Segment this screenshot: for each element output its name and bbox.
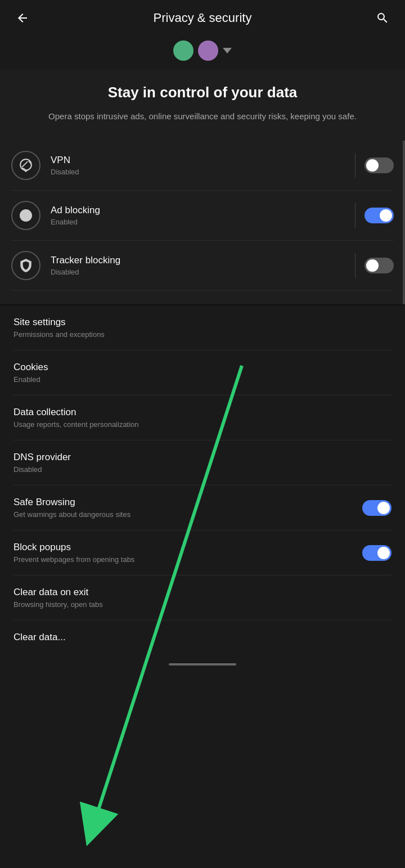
vpn-icon-wrap [11, 151, 40, 180]
safe-browsing-item[interactable]: Safe Browsing Get warnings about dangero… [14, 485, 392, 530]
dns-provider-item[interactable]: DNS provider Disabled [14, 440, 392, 485]
chevron-down-icon [223, 48, 232, 53]
block-popups-row: Block popups Prevent webpages from openi… [14, 542, 392, 564]
ad-blocking-toggle[interactable] [364, 208, 394, 223]
safe-browsing-row: Safe Browsing Get warnings about dangero… [14, 497, 392, 519]
vpn-text: VPN Disabled [51, 155, 346, 176]
ad-blocking-text: Ad blocking Enabled [51, 205, 346, 226]
safe-browsing-text: Safe Browsing Get warnings about dangero… [14, 497, 130, 519]
tracker-blocking-icon-wrap [11, 251, 40, 280]
hero-section: Stay in control of your data Opera stops… [0, 70, 405, 141]
page-title: Privacy & security [154, 11, 252, 25]
hero-subtitle: Opera stops intrusive ads, online survei… [45, 110, 360, 123]
block-popups-text: Block popups Prevent webpages from openi… [14, 542, 134, 564]
block-popups-toggle[interactable] [362, 545, 392, 561]
ad-blocking-icon [19, 208, 33, 223]
tracker-blocking-sublabel: Disabled [51, 268, 346, 276]
vpn-item[interactable]: VPN Disabled [11, 141, 394, 191]
block-popups-title: Block popups [14, 542, 134, 553]
header: Privacy & security [0, 0, 405, 36]
clear-data-on-exit-title: Clear data on exit [14, 587, 392, 598]
safe-browsing-title: Safe Browsing [14, 497, 130, 508]
clear-data-on-exit-subtitle: Browsing history, open tabs [14, 600, 392, 609]
avatar-row [0, 36, 405, 70]
avatar-green [173, 41, 194, 61]
ad-blocking-sublabel: Enabled [51, 218, 346, 226]
cookies-title: Cookies [14, 362, 392, 373]
ad-blocking-slider [364, 208, 394, 223]
cookies-item[interactable]: Cookies Enabled [14, 350, 392, 395]
data-collection-subtitle: Usage reports, content personalization [14, 420, 392, 429]
block-popups-subtitle: Prevent webpages from opening tabs [14, 555, 134, 564]
search-button[interactable] [371, 7, 394, 29]
block-popups-item[interactable]: Block popups Prevent webpages from openi… [14, 530, 392, 575]
safe-browsing-subtitle: Get warnings about dangerous sites [14, 510, 130, 519]
dns-provider-title: DNS provider [14, 452, 392, 463]
site-settings-title: Site settings [14, 317, 392, 328]
vpn-slider [364, 158, 394, 173]
site-settings-item[interactable]: Site settings Permissions and exceptions [14, 305, 392, 350]
site-settings-subtitle: Permissions and exceptions [14, 330, 392, 339]
home-bar [169, 663, 236, 665]
hero-title: Stay in control of your data [17, 83, 388, 102]
home-indicator [0, 656, 405, 670]
block-popups-slider [362, 545, 392, 561]
data-collection-title: Data collection [14, 407, 392, 418]
cookies-subtitle: Enabled [14, 375, 392, 384]
toggle-section: VPN Disabled Ad blocking Enabled [0, 141, 405, 304]
ad-blocking-label: Ad blocking [51, 205, 346, 216]
safe-browsing-toggle[interactable] [362, 500, 392, 516]
clear-data-on-exit-item[interactable]: Clear data on exit Browsing history, ope… [14, 575, 392, 620]
clear-data-title: Clear data... [14, 632, 392, 643]
vpn-toggle[interactable] [364, 158, 394, 173]
tracker-blocking-text: Tracker blocking Disabled [51, 255, 346, 276]
tracker-blocking-toggle[interactable] [364, 258, 394, 273]
tracker-blocking-label: Tracker blocking [51, 255, 346, 266]
vpn-icon [19, 158, 33, 173]
scrollbar [403, 141, 405, 304]
tracker-blocking-item[interactable]: Tracker blocking Disabled [11, 241, 394, 291]
vpn-label: VPN [51, 155, 346, 166]
tracker-blocking-icon [19, 258, 33, 273]
safe-browsing-slider [362, 500, 392, 516]
tracker-blocking-divider [355, 253, 356, 278]
avatar-purple [198, 41, 218, 61]
data-collection-item[interactable]: Data collection Usage reports, content p… [14, 395, 392, 440]
vpn-sublabel: Disabled [51, 168, 346, 176]
clear-data-item[interactable]: Clear data... [14, 620, 392, 656]
vpn-divider [355, 153, 356, 178]
ad-blocking-item[interactable]: Ad blocking Enabled [11, 191, 394, 241]
settings-list: Site settings Permissions and exceptions… [0, 305, 405, 656]
tracker-blocking-slider [364, 258, 394, 273]
back-button[interactable] [11, 7, 34, 29]
ad-blocking-divider [355, 203, 356, 228]
ad-blocking-icon-wrap [11, 201, 40, 230]
dns-provider-subtitle: Disabled [14, 465, 392, 474]
